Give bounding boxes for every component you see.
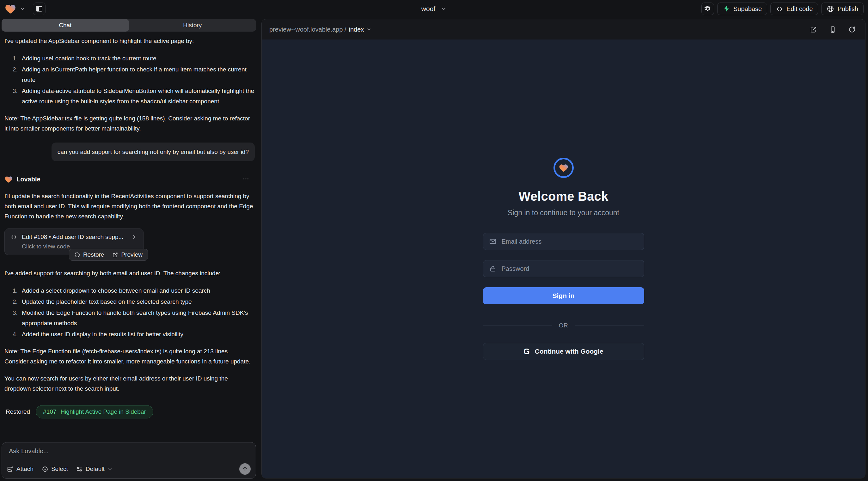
attach-label: Attach: [17, 466, 33, 473]
assistant-header: Lovable: [3, 175, 255, 184]
open-preview-icon: [112, 252, 118, 258]
composer-controls: Attach Select Default: [7, 463, 251, 475]
or-divider: OR: [483, 322, 644, 329]
signin-card: Welcome Back Sign in to continue to your…: [483, 158, 644, 360]
version-title: Highlight Active Page in Sidebar: [60, 408, 146, 415]
mode-label: Default: [86, 466, 105, 473]
assistant-paragraph: I've updated the AppSidebar component to…: [3, 36, 255, 46]
send-button[interactable]: [239, 463, 251, 475]
assistant-paragraph: I've added support for searching by both…: [3, 268, 255, 279]
restore-label: Restore: [83, 251, 104, 258]
restored-row: Restored #107 Highlight Active Page in S…: [3, 405, 255, 418]
preview-iframe-content: Welcome Back Sign in to continue to your…: [262, 39, 865, 478]
assistant-note: Note: The Edge Function file (fetch-fire…: [3, 346, 255, 366]
app-logo-ring: [554, 158, 574, 178]
list-item: Updated the placeholder text based on th…: [19, 296, 255, 307]
preview-label: Preview: [121, 251, 143, 258]
more-horizontal-icon: [243, 175, 249, 182]
chevron-down-icon: [366, 27, 371, 32]
list-item: Adding useLocation hook to track the cur…: [19, 53, 255, 64]
assistant-numbered-list: Added a select dropdown to choose betwee…: [3, 285, 255, 340]
tab-history[interactable]: History: [129, 19, 256, 32]
or-label: OR: [559, 322, 568, 329]
gear-icon: [704, 5, 712, 13]
signin-subtitle: Sign in to continue to your account: [508, 209, 619, 217]
edit-card-actions: Restore Preview: [69, 249, 148, 261]
edit-card-wrap: Edit #108 • Add user ID search supp... C…: [4, 228, 144, 255]
settings-button[interactable]: [702, 3, 714, 15]
message-more-button[interactable]: [243, 175, 249, 184]
arrow-up-icon: [242, 466, 248, 472]
restored-version-badge[interactable]: #107 Highlight Active Page in Sidebar: [36, 405, 153, 418]
envelope-icon: [489, 238, 497, 245]
edit-code-button[interactable]: Edit code: [770, 3, 818, 15]
topbar: woof Supabase Edit code: [0, 0, 868, 18]
main-split: Chat History I've updated the AppSidebar…: [0, 18, 868, 481]
tab-chat[interactable]: Chat: [2, 19, 129, 32]
list-item: Added the user ID display in the results…: [19, 329, 255, 340]
sliders-icon: [76, 466, 83, 473]
lovable-logo-heart-icon[interactable]: [4, 3, 17, 15]
chevron-down-icon[interactable]: [20, 6, 25, 12]
google-button-label: Continue with Google: [535, 348, 603, 355]
supabase-icon: [722, 5, 730, 13]
select-target-icon: [42, 466, 49, 473]
preview-button[interactable]: Preview: [112, 251, 143, 258]
attach-image-icon: [7, 466, 13, 473]
select-element-button[interactable]: Select: [42, 466, 68, 473]
preview-panel: preview--woof.lovable.app / index: [261, 19, 865, 478]
select-label: Select: [51, 466, 68, 473]
chat-history-tabs: Chat History: [2, 19, 256, 32]
assistant-note: Note: The AppSidebar.tsx file is getting…: [3, 114, 255, 134]
chat-input[interactable]: [7, 446, 251, 463]
globe-icon: [827, 5, 834, 13]
project-switcher[interactable]: woof: [421, 5, 447, 13]
edit-card-title: Edit #108 • Add user ID search supp...: [22, 233, 127, 241]
code-icon: [776, 5, 783, 13]
list-item: Adding data-active attribute to SidebarM…: [19, 86, 255, 106]
chevron-down-icon: [441, 6, 447, 12]
refresh-icon[interactable]: [848, 26, 856, 33]
google-g-icon: G: [523, 348, 529, 356]
mobile-view-icon[interactable]: [829, 26, 836, 33]
composer: Attach Select Default: [2, 442, 256, 479]
chat-message-list[interactable]: I've updated the AppSidebar component to…: [0, 32, 258, 440]
toggle-sidebar-button[interactable]: [33, 3, 45, 15]
chevron-right-icon: [131, 234, 137, 240]
assistant-name: Lovable: [17, 176, 40, 183]
topbar-actions: Supabase Edit code Publish: [702, 3, 864, 15]
lovable-app: woof Supabase Edit code: [0, 0, 868, 481]
supabase-button[interactable]: Supabase: [717, 3, 767, 15]
lock-icon: [489, 265, 497, 272]
sign-in-button[interactable]: Sign in: [483, 287, 644, 304]
open-in-new-tab-icon[interactable]: [810, 26, 817, 33]
supabase-label: Supabase: [733, 5, 762, 13]
edit-code-label: Edit code: [786, 5, 813, 13]
mode-selector[interactable]: Default: [76, 466, 113, 473]
preview-tools: [810, 26, 856, 33]
project-title: woof: [421, 5, 435, 13]
assistant-paragraph: I'll update the search functionality in …: [3, 191, 255, 222]
restore-icon: [74, 252, 80, 258]
lovable-avatar-heart-icon: [4, 175, 13, 184]
signin-title: Welcome Back: [518, 189, 608, 203]
divider-line: [575, 325, 644, 326]
assistant-paragraph: You can now search for users by either t…: [3, 374, 255, 394]
publish-button[interactable]: Publish: [821, 3, 864, 15]
divider-line: [483, 325, 552, 326]
email-field[interactable]: [483, 233, 644, 250]
version-number: #107: [43, 408, 56, 415]
restore-button[interactable]: Restore: [74, 251, 104, 258]
attach-button[interactable]: Attach: [7, 466, 33, 473]
app-heart-icon: [559, 163, 569, 173]
list-item: Added a select dropdown to choose betwee…: [19, 285, 255, 296]
restored-label: Restored: [6, 408, 30, 415]
edit-card-header: Edit #108 • Add user ID search supp...: [10, 233, 137, 241]
code-icon: [10, 233, 18, 241]
continue-with-google-button[interactable]: G Continue with Google: [483, 343, 644, 360]
preview-toolbar: preview--woof.lovable.app / index: [262, 19, 865, 39]
password-field[interactable]: [483, 260, 644, 277]
preview-url-selector[interactable]: preview--woof.lovable.app / index: [269, 26, 371, 33]
publish-label: Publish: [837, 5, 858, 13]
email-field-wrap: [483, 233, 644, 250]
